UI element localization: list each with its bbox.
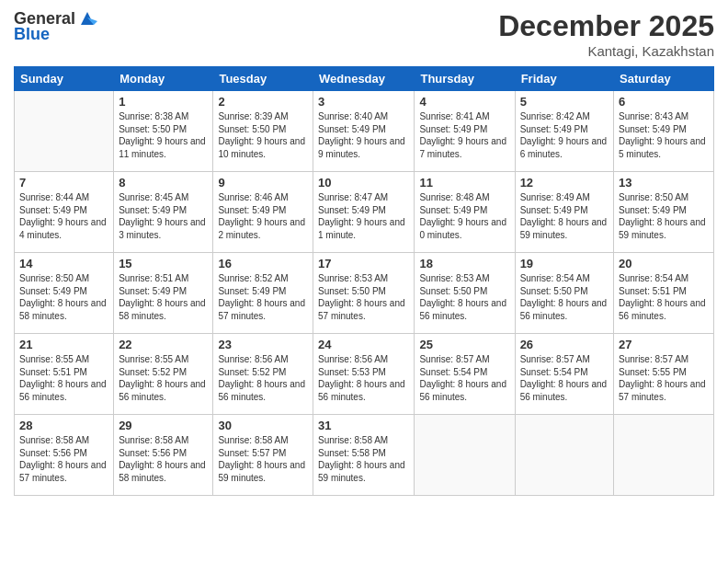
calendar-week-1: 1Sunrise: 8:38 AM Sunset: 5:50 PM Daylig…: [15, 91, 714, 172]
day-info: Sunrise: 8:51 AM Sunset: 5:49 PM Dayligh…: [119, 272, 208, 322]
title-area: December 2025 Kantagi, Kazakhstan: [498, 9, 714, 59]
day-info: Sunrise: 8:41 AM Sunset: 5:49 PM Dayligh…: [419, 110, 509, 160]
calendar-cell: 8Sunrise: 8:45 AM Sunset: 5:49 PM Daylig…: [114, 172, 213, 253]
calendar-cell: 24Sunrise: 8:56 AM Sunset: 5:53 PM Dayli…: [313, 334, 415, 415]
calendar-cell: 28Sunrise: 8:58 AM Sunset: 5:56 PM Dayli…: [15, 415, 114, 496]
day-info: Sunrise: 8:48 AM Sunset: 5:49 PM Dayligh…: [419, 191, 509, 241]
day-number: 16: [218, 257, 308, 270]
calendar-cell: [515, 415, 613, 496]
day-number: 23: [218, 338, 308, 351]
calendar-cell: 15Sunrise: 8:51 AM Sunset: 5:49 PM Dayli…: [114, 253, 213, 334]
location: Kantagi, Kazakhstan: [498, 43, 714, 59]
day-number: 28: [19, 419, 108, 432]
day-number: 13: [619, 176, 709, 190]
day-number: 11: [419, 176, 509, 190]
day-number: 14: [19, 257, 108, 270]
svg-marker-0: [81, 12, 94, 25]
calendar-cell: 14Sunrise: 8:50 AM Sunset: 5:49 PM Dayli…: [15, 253, 114, 334]
calendar-cell: 25Sunrise: 8:57 AM Sunset: 5:54 PM Dayli…: [415, 334, 515, 415]
day-number: 21: [19, 338, 108, 351]
day-info: Sunrise: 8:57 AM Sunset: 5:55 PM Dayligh…: [619, 353, 709, 403]
day-number: 20: [619, 257, 709, 270]
day-info: Sunrise: 8:45 AM Sunset: 5:49 PM Dayligh…: [119, 191, 208, 241]
col-header-sunday: Sunday: [15, 67, 114, 91]
logo-icon: [77, 8, 97, 29]
col-header-wednesday: Wednesday: [313, 67, 415, 91]
logo: General Blue: [14, 9, 97, 44]
day-number: 29: [119, 419, 208, 432]
day-number: 25: [419, 338, 509, 351]
day-info: Sunrise: 8:50 AM Sunset: 5:49 PM Dayligh…: [619, 191, 709, 241]
day-number: 15: [119, 257, 208, 270]
calendar-cell: [15, 91, 114, 172]
calendar-cell: 3Sunrise: 8:40 AM Sunset: 5:49 PM Daylig…: [313, 91, 415, 172]
day-info: Sunrise: 8:56 AM Sunset: 5:52 PM Dayligh…: [218, 353, 308, 403]
day-info: Sunrise: 8:44 AM Sunset: 5:49 PM Dayligh…: [19, 191, 108, 241]
day-number: 2: [218, 95, 308, 109]
calendar-cell: 30Sunrise: 8:58 AM Sunset: 5:57 PM Dayli…: [213, 415, 313, 496]
day-number: 1: [119, 95, 208, 109]
calendar-cell: 29Sunrise: 8:58 AM Sunset: 5:56 PM Dayli…: [114, 415, 213, 496]
calendar-week-5: 28Sunrise: 8:58 AM Sunset: 5:56 PM Dayli…: [15, 415, 714, 496]
day-info: Sunrise: 8:50 AM Sunset: 5:49 PM Dayligh…: [19, 272, 108, 322]
calendar-week-2: 7Sunrise: 8:44 AM Sunset: 5:49 PM Daylig…: [15, 172, 714, 253]
calendar-cell: 5Sunrise: 8:42 AM Sunset: 5:49 PM Daylig…: [515, 91, 613, 172]
calendar-cell: 12Sunrise: 8:49 AM Sunset: 5:49 PM Dayli…: [515, 172, 613, 253]
day-number: 7: [19, 176, 108, 190]
day-info: Sunrise: 8:58 AM Sunset: 5:58 PM Dayligh…: [318, 434, 409, 484]
calendar-cell: 18Sunrise: 8:53 AM Sunset: 5:50 PM Dayli…: [415, 253, 515, 334]
calendar-cell: 1Sunrise: 8:38 AM Sunset: 5:50 PM Daylig…: [114, 91, 213, 172]
col-header-tuesday: Tuesday: [213, 67, 313, 91]
calendar-cell: 19Sunrise: 8:54 AM Sunset: 5:50 PM Dayli…: [515, 253, 613, 334]
day-info: Sunrise: 8:58 AM Sunset: 5:57 PM Dayligh…: [218, 434, 308, 484]
day-info: Sunrise: 8:38 AM Sunset: 5:50 PM Dayligh…: [119, 110, 208, 160]
calendar-cell: 16Sunrise: 8:52 AM Sunset: 5:49 PM Dayli…: [213, 253, 313, 334]
day-info: Sunrise: 8:47 AM Sunset: 5:49 PM Dayligh…: [318, 191, 409, 241]
day-number: 27: [619, 338, 709, 351]
day-info: Sunrise: 8:58 AM Sunset: 5:56 PM Dayligh…: [19, 434, 108, 484]
calendar-cell: 7Sunrise: 8:44 AM Sunset: 5:49 PM Daylig…: [15, 172, 114, 253]
day-number: 12: [520, 176, 609, 190]
day-info: Sunrise: 8:54 AM Sunset: 5:51 PM Dayligh…: [619, 272, 709, 322]
day-info: Sunrise: 8:55 AM Sunset: 5:52 PM Dayligh…: [119, 353, 208, 403]
col-header-friday: Friday: [515, 67, 613, 91]
day-number: 26: [520, 338, 609, 351]
day-info: Sunrise: 8:56 AM Sunset: 5:53 PM Dayligh…: [318, 353, 409, 403]
calendar-cell: 6Sunrise: 8:43 AM Sunset: 5:49 PM Daylig…: [614, 91, 714, 172]
calendar-cell: 21Sunrise: 8:55 AM Sunset: 5:51 PM Dayli…: [15, 334, 114, 415]
day-number: 9: [218, 176, 308, 190]
day-number: 6: [619, 95, 709, 109]
calendar-cell: 11Sunrise: 8:48 AM Sunset: 5:49 PM Dayli…: [415, 172, 515, 253]
day-info: Sunrise: 8:46 AM Sunset: 5:49 PM Dayligh…: [218, 191, 308, 241]
day-info: Sunrise: 8:53 AM Sunset: 5:50 PM Dayligh…: [419, 272, 509, 322]
day-number: 24: [318, 338, 409, 351]
day-number: 31: [318, 419, 409, 432]
day-number: 18: [419, 257, 509, 270]
day-info: Sunrise: 8:58 AM Sunset: 5:56 PM Dayligh…: [119, 434, 208, 484]
calendar-cell: 17Sunrise: 8:53 AM Sunset: 5:50 PM Dayli…: [313, 253, 415, 334]
calendar-cell: 27Sunrise: 8:57 AM Sunset: 5:55 PM Dayli…: [614, 334, 714, 415]
calendar-cell: 4Sunrise: 8:41 AM Sunset: 5:49 PM Daylig…: [415, 91, 515, 172]
day-info: Sunrise: 8:43 AM Sunset: 5:49 PM Dayligh…: [619, 110, 709, 160]
day-number: 5: [520, 95, 609, 109]
logo-blue: Blue: [14, 25, 50, 44]
calendar-cell: [415, 415, 515, 496]
calendar-header-row: SundayMondayTuesdayWednesdayThursdayFrid…: [15, 67, 714, 91]
day-number: 22: [119, 338, 208, 351]
calendar-cell: 20Sunrise: 8:54 AM Sunset: 5:51 PM Dayli…: [614, 253, 714, 334]
calendar-cell: 2Sunrise: 8:39 AM Sunset: 5:50 PM Daylig…: [213, 91, 313, 172]
day-info: Sunrise: 8:55 AM Sunset: 5:51 PM Dayligh…: [19, 353, 108, 403]
day-info: Sunrise: 8:42 AM Sunset: 5:49 PM Dayligh…: [520, 110, 609, 160]
calendar-cell: 23Sunrise: 8:56 AM Sunset: 5:52 PM Dayli…: [213, 334, 313, 415]
calendar-week-3: 14Sunrise: 8:50 AM Sunset: 5:49 PM Dayli…: [15, 253, 714, 334]
col-header-saturday: Saturday: [614, 67, 714, 91]
day-info: Sunrise: 8:39 AM Sunset: 5:50 PM Dayligh…: [218, 110, 308, 160]
col-header-monday: Monday: [114, 67, 213, 91]
day-number: 4: [419, 95, 509, 109]
day-info: Sunrise: 8:53 AM Sunset: 5:50 PM Dayligh…: [318, 272, 409, 322]
day-info: Sunrise: 8:52 AM Sunset: 5:49 PM Dayligh…: [218, 272, 308, 322]
day-number: 30: [218, 419, 308, 432]
calendar-week-4: 21Sunrise: 8:55 AM Sunset: 5:51 PM Dayli…: [15, 334, 714, 415]
calendar: SundayMondayTuesdayWednesdayThursdayFrid…: [14, 66, 714, 496]
day-number: 19: [520, 257, 609, 270]
